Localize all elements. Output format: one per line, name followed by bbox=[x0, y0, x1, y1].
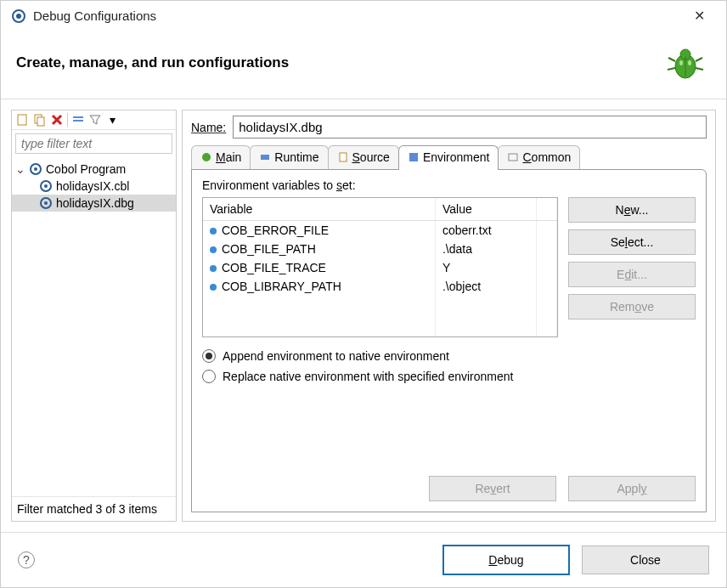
svg-rect-29 bbox=[509, 154, 517, 161]
help-icon[interactable]: ? bbox=[18, 551, 35, 568]
edit-button: Edit... bbox=[568, 262, 696, 287]
svg-rect-26 bbox=[261, 155, 269, 160]
env-table[interactable]: Variable Value COB_ERROR_FILEcoberr.txtC… bbox=[202, 197, 558, 337]
svg-line-7 bbox=[696, 58, 702, 61]
right-footer: Revert Apply bbox=[202, 467, 696, 501]
radio-replace[interactable]: Replace native environment with specifie… bbox=[202, 370, 696, 383]
tree-item-label: holidaysIX.dbg bbox=[56, 196, 134, 210]
tree-root-cobol-program[interactable]: ⌄ Cobol Program bbox=[12, 161, 176, 178]
debug-button[interactable]: Debug bbox=[442, 545, 570, 575]
cobol-file-icon bbox=[39, 179, 53, 193]
svg-rect-27 bbox=[340, 153, 347, 161]
svg-line-5 bbox=[668, 58, 675, 61]
svg-rect-14 bbox=[37, 117, 44, 126]
window-title: Debug Configurations bbox=[33, 8, 682, 23]
tree-root-label: Cobol Program bbox=[46, 162, 126, 176]
svg-line-6 bbox=[668, 68, 675, 70]
revert-button: Revert bbox=[429, 476, 556, 501]
env-heading: Environment variables to set: bbox=[202, 178, 696, 192]
svg-point-22 bbox=[44, 184, 48, 188]
tree-item-holidaysix-dbg[interactable]: holidaysIX.dbg bbox=[12, 195, 176, 212]
name-label: Name: bbox=[191, 121, 226, 134]
name-row: Name: bbox=[191, 116, 707, 139]
bug-icon bbox=[665, 42, 706, 83]
table-row[interactable]: COB_FILE_PATH.\data bbox=[203, 240, 557, 258]
svg-rect-28 bbox=[409, 153, 418, 161]
svg-rect-18 bbox=[73, 120, 83, 122]
app-icon bbox=[11, 8, 26, 24]
tab-environment[interactable]: Environment bbox=[398, 145, 499, 170]
svg-point-20 bbox=[34, 167, 37, 171]
config-tree-panel: ▾ ⌄ Cobol Program holidaysIX.cbl holiday… bbox=[11, 110, 177, 522]
svg-line-8 bbox=[696, 68, 703, 70]
delete-config-icon[interactable] bbox=[50, 113, 64, 127]
svg-point-25 bbox=[202, 153, 211, 161]
svg-point-11 bbox=[688, 60, 691, 65]
common-tab-icon bbox=[507, 151, 519, 163]
main-tab-icon bbox=[200, 151, 212, 163]
tab-common[interactable]: Common bbox=[498, 145, 580, 170]
env-area: Variable Value COB_ERROR_FILEcoberr.txtC… bbox=[202, 197, 696, 337]
runtime-tab-icon bbox=[259, 151, 271, 163]
toolbar-dropdown-icon[interactable]: ▾ bbox=[105, 113, 119, 127]
select-button[interactable]: Select... bbox=[568, 229, 696, 255]
cobol-file-icon bbox=[39, 196, 53, 210]
banner-subtitle: Create, manage, and run configurations bbox=[16, 54, 665, 71]
tabs: Main Runtime Source Environment Common bbox=[191, 145, 707, 170]
close-icon[interactable]: ✕ bbox=[682, 8, 716, 24]
tree-item-label: holidaysIX.cbl bbox=[56, 179, 129, 193]
config-editor-panel: Name: Main Runtime Source Environment bbox=[182, 110, 716, 522]
new-button[interactable]: New... bbox=[568, 197, 696, 223]
table-row[interactable]: COB_LIBRARY_PATH.\object bbox=[203, 277, 557, 296]
svg-point-1 bbox=[16, 14, 21, 19]
tab-body-environment: Environment variables to set: Variable V… bbox=[191, 169, 707, 512]
table-row[interactable]: COB_ERROR_FILEcoberr.txt bbox=[203, 221, 557, 240]
tab-runtime[interactable]: Runtime bbox=[250, 145, 328, 170]
tree-toolbar: ▾ bbox=[12, 110, 176, 130]
tree-item-holidaysix-cbl[interactable]: holidaysIX.cbl bbox=[12, 178, 176, 195]
remove-button: Remove bbox=[568, 294, 696, 319]
radio-icon bbox=[202, 349, 216, 363]
svg-rect-12 bbox=[18, 115, 26, 125]
name-input[interactable] bbox=[233, 116, 707, 139]
collapse-all-icon[interactable] bbox=[71, 113, 85, 127]
filter-icon[interactable] bbox=[88, 113, 102, 127]
dialog-footer: ? Debug Close bbox=[1, 532, 726, 587]
main-split: ▾ ⌄ Cobol Program holidaysIX.cbl holiday… bbox=[1, 99, 726, 532]
filter-status: Filter matched 3 of 3 items bbox=[12, 496, 176, 521]
banner: Create, manage, and run configurations bbox=[1, 31, 726, 99]
svg-point-10 bbox=[679, 60, 683, 65]
tab-source[interactable]: Source bbox=[328, 145, 399, 170]
radio-append[interactable]: Append environment to native environment bbox=[202, 349, 696, 363]
table-row[interactable]: COB_FILE_TRACEY bbox=[203, 258, 557, 277]
duplicate-config-icon[interactable] bbox=[33, 113, 47, 127]
source-tab-icon bbox=[337, 151, 349, 163]
apply-button: Apply bbox=[568, 476, 696, 501]
radio-icon bbox=[202, 370, 216, 383]
filter-input[interactable] bbox=[15, 133, 172, 154]
tab-main-rest: ain bbox=[226, 150, 242, 164]
svg-point-24 bbox=[44, 201, 48, 205]
close-button[interactable]: Close bbox=[582, 546, 709, 574]
config-tree: ⌄ Cobol Program holidaysIX.cbl holidaysI… bbox=[12, 157, 176, 496]
svg-rect-17 bbox=[73, 116, 83, 118]
cobol-program-icon bbox=[29, 162, 42, 176]
tab-main[interactable]: Main bbox=[191, 145, 251, 170]
titlebar: Debug Configurations ✕ bbox=[1, 1, 726, 31]
new-config-icon[interactable] bbox=[16, 113, 30, 127]
col-value[interactable]: Value bbox=[435, 198, 536, 221]
environment-tab-icon bbox=[408, 151, 420, 163]
chevron-down-icon[interactable]: ⌄ bbox=[15, 162, 25, 176]
col-variable[interactable]: Variable bbox=[203, 198, 435, 221]
env-buttons: New... Select... Edit... Remove bbox=[568, 197, 696, 337]
env-radio-group: Append environment to native environment… bbox=[202, 349, 696, 383]
